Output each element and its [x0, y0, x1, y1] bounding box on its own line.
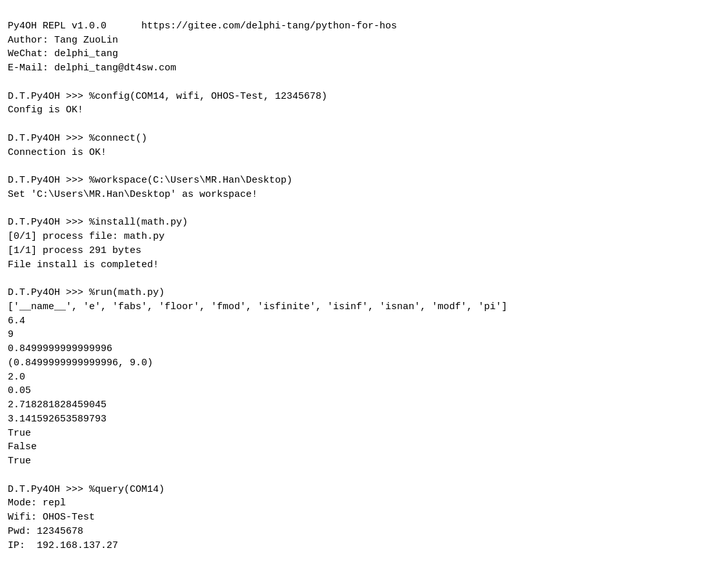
terminal-line-out2: Connection is OK!: [8, 146, 720, 160]
terminal-line-out6d: IP: 192.168.137.27: [8, 539, 720, 553]
terminal-line-cmd2: D.T.Py4OH >>> %connect(): [8, 132, 720, 146]
terminal-line-cmd4: D.T.Py4OH >>> %install(math.py): [8, 216, 720, 230]
terminal-line-out4c: File install is completed!: [8, 258, 720, 272]
terminal-line-out5i: 3.141592653589793: [8, 412, 720, 427]
terminal-line-out4b: [1/1] process 291 bytes: [8, 244, 720, 258]
terminal-line-blank2: [8, 117, 720, 132]
terminal-line-out5e: (0.8499999999999996, 9.0): [8, 356, 720, 370]
terminal-line-out5l: True: [8, 454, 720, 469]
terminal-line-out5j: True: [8, 427, 720, 441]
terminal-line-out6a: Mode: repl: [8, 496, 720, 511]
terminal-line-blank4: [8, 202, 720, 216]
terminal-line-header2: Author: Tang ZuoLin: [8, 34, 720, 48]
terminal-line-out5h: 2.718281828459045: [8, 398, 720, 412]
terminal-line-cmd3: D.T.Py4OH >>> %workspace(C:\Users\MR.Han…: [8, 174, 720, 188]
terminal-line-out5a: ['__name__', 'e', 'fabs', 'floor', 'fmod…: [8, 300, 720, 314]
terminal-line-out5g: 0.05: [8, 384, 720, 398]
terminal-line-out5f: 2.0: [8, 370, 720, 385]
terminal-line-out6c: Pwd: 12345678: [8, 525, 720, 539]
terminal-line-blank1: [8, 76, 720, 90]
terminal-line-blank5: [8, 272, 720, 286]
terminal-line-blank6: [8, 469, 720, 483]
terminal-output: Py4OH REPL v1.0.0 https://gitee.com/delp…: [8, 5, 720, 552]
terminal-line-cmd6: D.T.Py4OH >>> %query(COM14): [8, 483, 720, 497]
terminal-line-blank3: [8, 159, 720, 174]
terminal-line-cmd1: D.T.Py4OH >>> %config(COM14, wifi, OHOS-…: [8, 90, 720, 104]
terminal-line-out5c: 9: [8, 328, 720, 342]
terminal-line-header3: WeChat: delphi_tang: [8, 47, 720, 61]
terminal-line-out1: Config is OK!: [8, 103, 720, 117]
terminal-line-out5d: 0.8499999999999996: [8, 342, 720, 356]
terminal-line-out6b: Wifi: OHOS-Test: [8, 511, 720, 525]
terminal-line-cmd5: D.T.Py4OH >>> %run(math.py): [8, 286, 720, 300]
terminal-line-header4: E-Mail: delphi_tang@dt4sw.com: [8, 61, 720, 76]
terminal-line-header1: Py4OH REPL v1.0.0 https://gitee.com/delp…: [8, 19, 720, 34]
terminal-line-out5k: False: [8, 440, 720, 454]
terminal-line-out4a: [0/1] process file: math.py: [8, 230, 720, 244]
terminal-line-out5b: 6.4: [8, 314, 720, 329]
terminal-line-out3: Set 'C:\Users\MR.Han\Desktop' as workspa…: [8, 188, 720, 202]
